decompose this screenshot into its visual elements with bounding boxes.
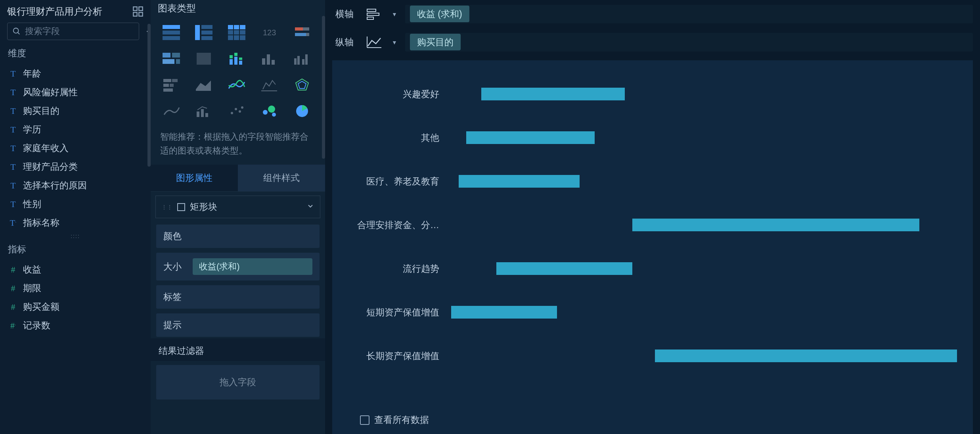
svg-rect-46 (172, 79, 178, 82)
dimension-item[interactable]: T风险偏好属性 (4, 83, 147, 102)
size-field-pill[interactable]: 收益(求和) (193, 258, 312, 275)
x-axis-field-container[interactable]: 收益 (求和) (405, 5, 973, 23)
chart-type-kpi[interactable]: 123 (260, 24, 279, 41)
svg-rect-38 (262, 58, 265, 65)
chart-type-table-detail[interactable] (227, 24, 246, 41)
x-axis-field-pill[interactable]: 收益 (求和) (410, 6, 469, 22)
metric-item[interactable]: #购买金额 (4, 298, 147, 316)
tab-graphic-properties[interactable]: 图形属性 (151, 165, 238, 191)
chart-type-waterfall[interactable] (260, 77, 279, 93)
view-all-data-row[interactable]: 查看所有数据 (348, 407, 957, 426)
chart-type-line-multi[interactable] (227, 77, 246, 93)
svg-point-61 (268, 106, 275, 113)
bar[interactable] (496, 262, 632, 275)
chart-type-radar[interactable] (293, 77, 312, 93)
x-axis-label: 横轴 (332, 8, 357, 20)
dimension-item[interactable]: T选择本行的原因 (4, 176, 147, 195)
bar[interactable] (481, 88, 625, 100)
chart-type-bubble[interactable] (260, 103, 279, 119)
dimension-item[interactable]: T年龄 (4, 64, 147, 83)
sidebar-scrollbar[interactable] (147, 24, 151, 254)
chart-type-partition[interactable] (162, 50, 181, 67)
bar[interactable] (655, 350, 957, 362)
chart-type-bar-stacked[interactable] (162, 77, 181, 93)
svg-rect-27 (163, 53, 170, 58)
svg-rect-32 (230, 59, 233, 65)
text-type-icon: T (9, 143, 17, 154)
svg-rect-3 (139, 12, 142, 16)
svg-rect-41 (294, 58, 297, 65)
svg-rect-48 (170, 84, 174, 87)
search-icon (12, 27, 21, 36)
filter-drop-zone[interactable]: 拖入字段 (156, 365, 320, 399)
dimension-item[interactable]: T学历 (4, 120, 147, 139)
dimension-item[interactable]: T理财产品分类 (4, 157, 147, 176)
chart-type-scatter[interactable] (227, 103, 246, 119)
color-property-row[interactable]: 颜色 (156, 225, 320, 248)
svg-rect-17 (234, 30, 239, 35)
bar[interactable] (632, 219, 919, 231)
shape-selector[interactable]: ⋮⋮ 矩形块 (155, 196, 320, 218)
text-type-icon: T. (9, 218, 17, 228)
chart-type-column-group[interactable] (293, 50, 312, 67)
view-all-checkbox[interactable] (360, 415, 369, 425)
chart-bar-row: 合理安排资金、分… (348, 203, 957, 247)
metric-item[interactable]: #期限 (4, 279, 147, 298)
label-property-row[interactable]: 标签 (156, 285, 320, 309)
svg-rect-21 (240, 35, 245, 40)
svg-rect-18 (240, 30, 245, 35)
y-axis-type-icon[interactable] (365, 35, 384, 50)
size-property-row[interactable]: 大小 收益(求和) (156, 253, 320, 280)
tab-component-style[interactable]: 组件样式 (238, 165, 325, 191)
bar[interactable] (459, 175, 580, 188)
chevron-down-icon[interactable]: ▼ (392, 39, 397, 46)
svg-point-62 (272, 113, 276, 117)
dimension-item[interactable]: T性别 (4, 195, 147, 213)
view-all-label: 查看所有数据 (374, 414, 429, 426)
search-field-box[interactable] (7, 23, 139, 40)
chart-type-table-cross[interactable] (194, 24, 213, 41)
chart-type-map[interactable] (194, 50, 213, 67)
dimension-item[interactable]: T家庭年收入 (4, 139, 147, 157)
chart-type-column[interactable] (260, 50, 279, 67)
svg-rect-39 (267, 54, 270, 65)
bar[interactable] (466, 131, 595, 144)
chart-type-gauge[interactable] (293, 24, 312, 41)
chart-type-pie[interactable] (293, 103, 312, 119)
chart-type-line[interactable] (162, 103, 181, 119)
svg-rect-0 (133, 7, 137, 10)
search-input[interactable] (25, 26, 134, 36)
svg-rect-6 (163, 25, 180, 29)
svg-line-5 (18, 33, 20, 35)
svg-point-59 (241, 106, 243, 109)
tooltip-property-row[interactable]: 提示 (156, 313, 320, 337)
metric-item[interactable]: #收益 (4, 260, 147, 279)
text-type-icon: T (9, 125, 17, 135)
metrics-header: 指标 (0, 243, 151, 260)
chevron-down-icon[interactable]: ▼ (392, 11, 397, 17)
resize-handle[interactable]: :::: (0, 232, 151, 240)
x-axis-type-icon[interactable] (365, 6, 384, 22)
svg-rect-31 (197, 53, 211, 65)
dimension-item[interactable]: T.指标名称 (4, 213, 147, 232)
dimension-item[interactable]: T购买目的 (4, 102, 147, 120)
drag-handle-icon[interactable]: ⋮⋮ (161, 204, 172, 210)
chart-type-header: 图表类型 (151, 0, 325, 19)
chart-type-area[interactable] (194, 77, 213, 93)
text-type-icon: T (9, 106, 17, 116)
number-type-icon: # (9, 283, 17, 294)
svg-rect-53 (197, 111, 199, 117)
chart-type-column-stacked[interactable] (227, 50, 246, 67)
layout-toggle-icon[interactable] (132, 6, 144, 17)
svg-rect-11 (201, 31, 212, 35)
svg-rect-49 (163, 88, 173, 92)
bar[interactable] (451, 306, 557, 319)
chart-type-table-group[interactable] (162, 24, 181, 41)
svg-point-60 (263, 110, 268, 115)
chevron-down-icon[interactable] (306, 202, 314, 212)
metric-item[interactable]: #.记录数 (4, 316, 147, 335)
chart-type-combo[interactable] (194, 103, 213, 119)
y-axis-field-pill[interactable]: 购买目的 (410, 34, 461, 50)
config-scrollbar[interactable] (322, 16, 325, 159)
y-axis-field-container[interactable]: 购买目的 (405, 33, 973, 52)
